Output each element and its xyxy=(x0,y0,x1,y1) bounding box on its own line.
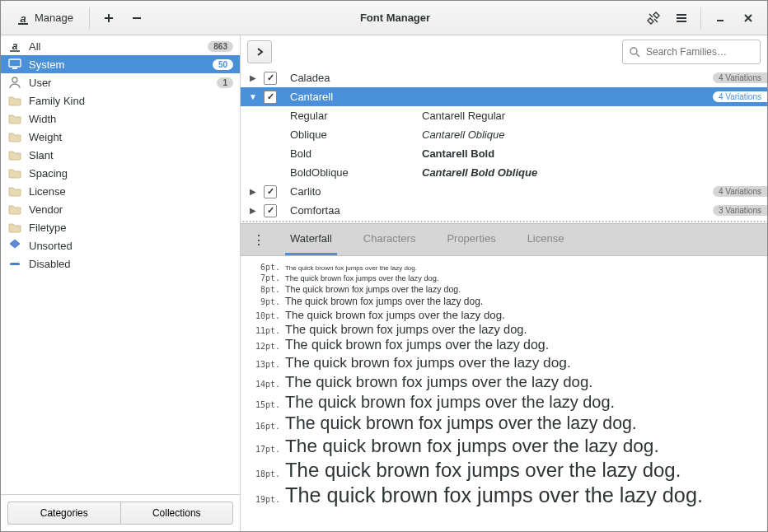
tools-button[interactable] xyxy=(641,7,666,30)
font-row[interactable]: ▶ Caladea 4 Variations xyxy=(241,68,767,87)
menu-button[interactable] xyxy=(669,7,694,30)
categories-tab-button[interactable]: Categories xyxy=(7,502,120,525)
chevron-right-icon[interactable]: ▶ xyxy=(247,73,259,82)
style-preview: Cantarell Bold Oblique xyxy=(422,166,537,179)
folder-icon xyxy=(7,111,22,126)
back-button[interactable] xyxy=(247,40,272,63)
waterfall-row: 15pt. The quick brown fox jumps over the… xyxy=(246,393,762,412)
style-preview: Cantarell Regular xyxy=(422,110,505,122)
waterfall-sample: The quick brown fox jumps over the lazy … xyxy=(285,284,461,294)
waterfall-sample: The quick brown fox jumps over the lazy … xyxy=(285,296,483,307)
waterfall-row: 12pt. The quick brown fox jumps over the… xyxy=(246,338,762,352)
search-input[interactable] xyxy=(622,40,761,64)
waterfall-row: 19pt. The quick brown fox jumps over the… xyxy=(246,483,762,507)
sidebar-item-label: Width xyxy=(29,113,233,125)
sidebar-item-all[interactable]: a All 863 xyxy=(1,37,240,55)
sidebar-item-weight[interactable]: Weight xyxy=(1,128,240,146)
variations-badge: 4 Variations xyxy=(713,91,767,102)
sidebar-item-width[interactable]: Width xyxy=(1,110,240,128)
sidebar-item-filetype[interactable]: Filetype xyxy=(1,218,240,236)
sidebar-item-user[interactable]: User 1 xyxy=(1,73,240,91)
font-style-row[interactable]: Bold Cantarell Bold xyxy=(241,144,767,163)
svg-rect-4 xyxy=(9,59,21,67)
font-style-row[interactable]: BoldOblique Cantarell Bold Oblique xyxy=(241,163,767,182)
chevron-right-icon[interactable]: ▶ xyxy=(247,206,259,215)
waterfall-row: 8pt. The quick brown fox jumps over the … xyxy=(246,284,762,294)
waterfall-row: 6pt. The quick brown fox jumps over the … xyxy=(246,263,762,272)
close-icon xyxy=(742,12,754,24)
font-row[interactable]: ▶ Comfortaa 3 Variations xyxy=(241,201,767,220)
sidebar-item-count: 863 xyxy=(208,41,233,52)
svg-point-6 xyxy=(12,77,17,82)
folder-icon xyxy=(7,202,22,217)
manage-label: Manage xyxy=(35,12,73,24)
sidebar-item-count: 1 xyxy=(217,77,233,88)
sidebar-item-vendor[interactable]: Vendor xyxy=(1,200,240,218)
waterfall-preview: 6pt. The quick brown fox jumps over the … xyxy=(241,256,767,531)
window-title: Font Manager xyxy=(152,12,638,24)
sidebar-item-slant[interactable]: Slant xyxy=(1,146,240,164)
sidebar-item-unsorted[interactable]: Unsorted xyxy=(1,236,240,254)
sidebar-item-disabled[interactable]: Disabled xyxy=(1,254,240,273)
chevron-right-icon[interactable]: ▶ xyxy=(247,187,259,196)
separator xyxy=(700,7,701,29)
font-checkbox[interactable] xyxy=(264,185,277,198)
sidebar-item-label: License xyxy=(29,185,233,198)
dots-vertical-icon: ⋮ xyxy=(252,233,265,247)
font-style-row[interactable]: Regular Cantarell Regular xyxy=(241,106,767,125)
category-list: a All 863 System 50 User 1 Family Kind W… xyxy=(1,35,240,494)
sidebar-item-label: Family Kind xyxy=(29,95,233,107)
font-checkbox[interactable] xyxy=(264,204,277,217)
collections-tab-button[interactable]: Collections xyxy=(120,502,234,525)
font-row[interactable]: ▶ Carlito 4 Variations xyxy=(241,182,767,201)
sidebar-item-label: All xyxy=(29,40,201,53)
sidebar-item-label: Filetype xyxy=(29,222,233,234)
sidebar-item-spacing[interactable]: Spacing xyxy=(1,164,240,182)
sidebar-item-label: System xyxy=(29,58,206,71)
folder-icon xyxy=(7,93,22,108)
waterfall-sample: The quick brown fox jumps over the lazy … xyxy=(285,354,571,371)
tab-characters[interactable]: Characters xyxy=(358,224,421,255)
minimize-button[interactable] xyxy=(708,7,733,30)
preview-menu-button[interactable]: ⋮ xyxy=(247,232,270,248)
close-button[interactable] xyxy=(736,7,761,30)
style-preview: Cantarell Oblique xyxy=(422,128,504,141)
font-checkbox[interactable] xyxy=(264,72,277,85)
headerbar: a Manage Font Manager xyxy=(1,1,767,35)
waterfall-size-label: 8pt. xyxy=(246,285,280,294)
font-row[interactable]: ▼ Cantarell 4 Variations xyxy=(241,87,767,106)
manage-button[interactable]: a Manage xyxy=(7,7,82,30)
svg-rect-5 xyxy=(12,68,17,69)
tab-properties[interactable]: Properties xyxy=(442,224,500,255)
waterfall-sample: The quick brown fox jumps over the lazy … xyxy=(285,323,527,336)
font-name: Carlito xyxy=(290,185,321,198)
system-icon xyxy=(7,57,22,72)
font-style-row[interactable]: Oblique Cantarell Oblique xyxy=(241,125,767,144)
waterfall-row: 14pt. The quick brown fox jumps over the… xyxy=(246,373,762,391)
style-name: Bold xyxy=(290,147,405,160)
font-name: Caladea xyxy=(290,72,330,84)
remove-button[interactable] xyxy=(124,7,149,30)
waterfall-size-label: 12pt. xyxy=(246,342,280,351)
tools-icon xyxy=(647,12,660,25)
add-button[interactable] xyxy=(96,7,121,30)
sidebar-item-license[interactable]: License xyxy=(1,182,240,200)
variations-badge: 3 Variations xyxy=(713,205,767,216)
folder-icon xyxy=(7,220,22,235)
sidebar-item-label: Vendor xyxy=(29,203,233,216)
tab-license[interactable]: License xyxy=(522,224,569,255)
tab-waterfall[interactable]: Waterfall xyxy=(285,224,337,255)
chevron-down-icon[interactable]: ▼ xyxy=(247,92,259,101)
sidebar-item-family-kind[interactable]: Family Kind xyxy=(1,91,240,110)
folder-icon xyxy=(7,147,22,162)
preview-tabs: ⋮ WaterfallCharactersPropertiesLicense xyxy=(241,223,767,256)
waterfall-sample: The quick brown fox jumps over the lazy … xyxy=(285,459,681,482)
sidebar-footer: Categories Collections xyxy=(1,494,240,531)
sidebar-item-system[interactable]: System 50 xyxy=(1,55,240,73)
font-checkbox[interactable] xyxy=(264,91,277,104)
sidebar-item-label: Weight xyxy=(29,131,233,143)
waterfall-size-label: 18pt. xyxy=(246,469,280,478)
waterfall-sample: The quick brown fox jumps over the lazy … xyxy=(285,309,505,321)
sidebar-item-label: Slant xyxy=(29,149,233,161)
waterfall-size-label: 11pt. xyxy=(246,326,280,335)
